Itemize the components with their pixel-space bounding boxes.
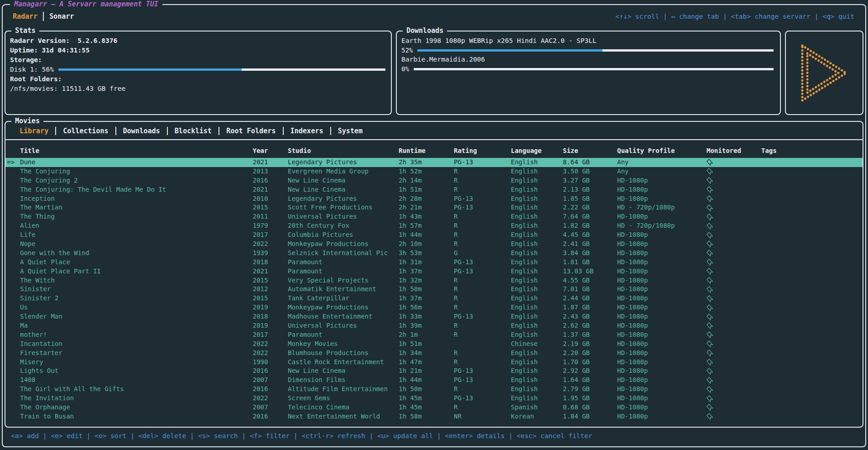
table-row[interactable]: The Orphanage 2007 Telecinco Cinema 1h 4…	[5, 403, 863, 412]
movie-title-cell: Gone with the Wind	[20, 249, 253, 258]
movie-rating-cell: R	[454, 221, 511, 230]
movie-runtime-cell: 1h 43m	[399, 212, 454, 221]
movie-language-cell: English	[511, 240, 563, 249]
movie-runtime-cell: 2h 10m	[399, 240, 454, 249]
movie-size-cell: 4.45 GB	[563, 230, 617, 240]
tab-blocklist[interactable]: Blocklist	[167, 127, 218, 135]
bookmark-icon	[707, 259, 713, 266]
movie-language-cell: English	[511, 203, 563, 212]
table-row[interactable]: Sinister 2 2015 Tank Caterpillar 1h 37m …	[5, 294, 863, 303]
movie-year-cell: 2015	[253, 294, 288, 303]
movie-monitored-cell	[707, 168, 761, 175]
tab-collections[interactable]: Collections	[55, 127, 115, 135]
table-row[interactable]: The Invitation 2022 Screen Gems 1h 45m P…	[5, 394, 863, 403]
movie-studio-cell: Evergreen Media Group	[288, 167, 399, 176]
movie-title-cell: Incantation	[20, 340, 253, 349]
movie-runtime-cell: 1h 44m	[399, 230, 454, 240]
download-progress-fill	[417, 49, 603, 52]
movie-studio-cell: Selznick International Pic	[288, 249, 399, 258]
movie-year-cell: 2018	[253, 312, 288, 321]
downloads-list: Earth 1998 1080p WEBRip x265 Hindi AAC2.…	[397, 31, 780, 73]
table-row[interactable]: The Martian 2015 Scott Free Productions …	[5, 203, 863, 212]
movies-panel: Movies LibraryCollectionsDownloadsBlockl…	[5, 121, 863, 428]
table-row[interactable]: Inception 2010 Legendary Pictures 2h 28m…	[5, 194, 863, 204]
table-row[interactable]: Gone with the Wind 1939 Selznick Interna…	[5, 249, 863, 258]
movie-quality-cell: HD-1080p	[617, 285, 707, 294]
table-row[interactable]: A Quiet Place 2018 Paramount 1h 31m PG-1…	[5, 258, 863, 267]
movie-monitored-cell	[707, 331, 761, 338]
table-row[interactable]: Alien 1979 20th Century Fox 1h 57m R Eng…	[5, 221, 863, 230]
movie-language-cell: English	[511, 176, 563, 185]
servarr-tab-sonarr[interactable]: Sonarr	[44, 12, 79, 21]
logo-panel	[785, 31, 863, 115]
movie-language-cell: English	[511, 194, 563, 204]
movie-quality-cell: Any	[617, 158, 707, 167]
movie-language-cell: English	[511, 267, 563, 276]
movie-runtime-cell: 1h 52m	[399, 167, 454, 176]
movie-year-cell: 2021	[253, 158, 288, 167]
tab-library[interactable]: Library	[13, 127, 55, 135]
table-row[interactable]: mother! 2017 Paramount 2h 1m R English 1…	[5, 330, 863, 340]
table-row[interactable]: Life 2017 Columbia Pictures 1h 44m R Eng…	[5, 230, 863, 240]
servarr-tab-radarr[interactable]: Radarr	[7, 12, 43, 21]
stats-panel: Stats Radarr Version: 5.2.6.8376 Uptime:…	[5, 31, 392, 115]
table-row[interactable]: The Witch 2015 Very Special Projects 1h …	[5, 276, 863, 285]
radarr-version-value: 5.2.6.8376	[78, 36, 117, 46]
movie-size-cell: 2.79 GB	[563, 385, 617, 394]
movie-studio-cell: Paramount	[288, 258, 399, 267]
table-row[interactable]: The Girl with All the Gifts 2016 Altitud…	[5, 385, 863, 394]
table-row[interactable]: Ma 2019 Universal Pictures 1h 39m R Engl…	[5, 321, 863, 330]
movie-title-cell: Inception	[20, 194, 253, 204]
movie-title-cell: Train to Busan	[20, 412, 253, 421]
movie-rating-cell: R	[454, 276, 511, 285]
movie-size-cell: 1.82 GB	[563, 221, 617, 230]
movie-quality-cell: HD - 720p/1080p	[617, 221, 707, 230]
movie-monitored-cell	[707, 250, 761, 256]
table-row[interactable]: Incantation 2022 Monkey Movies 1h 51m Ch…	[5, 340, 863, 349]
bookmark-icon	[707, 322, 713, 329]
movie-year-cell: 2010	[253, 194, 288, 204]
movie-monitored-cell	[707, 159, 761, 166]
table-row[interactable]: Us 2019 Monkeypaw Productions 1h 56m R E…	[5, 303, 863, 312]
table-row[interactable]: Slender Man 2018 Madhouse Entertainment …	[5, 312, 863, 321]
table-row[interactable]: Misery 1990 Castle Rock Entertainment 1h…	[5, 358, 863, 367]
movie-title-cell: The Conjuring 2	[20, 176, 253, 185]
table-row[interactable]: Nope 2022 Monkeypaw Productions 2h 10m R…	[5, 240, 863, 249]
movie-runtime-cell: 2h 14m	[399, 176, 454, 185]
table-row[interactable]: => Dune 2021 Legendary Pictures 2h 35m P…	[5, 158, 863, 167]
table-row[interactable]: Lights Out 2016 New Line Cinema 1h 21m P…	[5, 366, 863, 376]
movie-studio-cell: Dimension Films	[288, 376, 399, 385]
table-row[interactable]: The Conjuring 2 2016 New Line Cinema 2h …	[5, 176, 863, 185]
table-row[interactable]: 1408 2007 Dimension Films 1h 44m PG-13 E…	[5, 376, 863, 385]
tab-system[interactable]: System	[330, 127, 369, 135]
movie-runtime-cell: 1h 33m	[399, 312, 454, 321]
tab-indexers[interactable]: Indexers	[283, 127, 330, 135]
movie-rating-cell: NR	[454, 412, 511, 421]
bookmark-icon	[707, 304, 713, 311]
movie-runtime-cell: 1h 51m	[399, 185, 454, 194]
movie-studio-cell: Tank Caterpillar	[288, 294, 399, 303]
bookmark-icon	[707, 204, 713, 211]
table-row[interactable]: A Quiet Place Part II 2021 Paramount 1h …	[5, 267, 863, 276]
bookmark-icon	[707, 368, 713, 375]
table-row[interactable]: The Conjuring 2013 Evergreen Media Group…	[5, 167, 863, 176]
tab-downloads[interactable]: Downloads	[115, 127, 167, 135]
movie-size-cell: 2.62 GB	[563, 321, 617, 330]
movie-monitored-cell	[707, 368, 761, 375]
movie-quality-cell: HD-1080p	[617, 385, 707, 394]
bookmark-icon	[707, 377, 713, 384]
movie-quality-cell: HD-1080p	[617, 403, 707, 412]
bookmark-icon	[707, 331, 713, 338]
movie-language-cell: English	[511, 385, 563, 394]
movie-monitored-cell	[707, 304, 761, 311]
movie-runtime-cell: 2h 21m	[399, 203, 454, 212]
tab-root-folders[interactable]: Root Folders	[218, 127, 282, 135]
movie-year-cell: 2019	[253, 303, 288, 312]
movie-monitored-cell	[707, 359, 761, 366]
table-row[interactable]: The Conjuring: The Devil Made Me Do It 2…	[5, 185, 863, 194]
table-row[interactable]: The Thing 2011 Universal Pictures 1h 43m…	[5, 212, 863, 221]
table-row[interactable]: Train to Busan 2016 Next Entertainment W…	[5, 412, 863, 421]
top-keybinding-hints: <↑↓> scroll | ↔ change tab | <tab> chang…	[615, 13, 854, 20]
table-row[interactable]: Sinister 2012 Automatik Entertainment 1h…	[5, 285, 863, 294]
table-row[interactable]: Firestarter 2022 Blumhouse Productions 1…	[5, 349, 863, 358]
